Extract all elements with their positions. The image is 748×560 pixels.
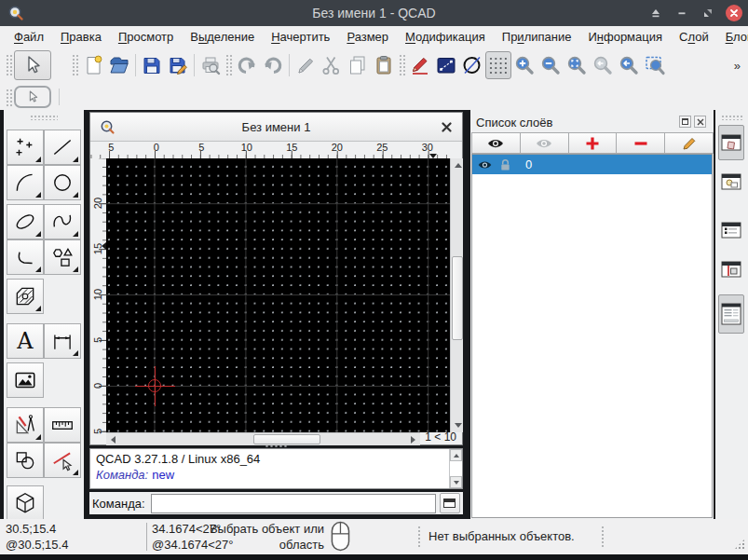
zoom-in-button[interactable] [511,51,537,79]
polyline-tool-button[interactable] [7,239,44,275]
layer-visible-icon[interactable] [477,159,493,171]
minimize-button[interactable] [673,5,690,21]
scroll-right-arrow[interactable] [411,436,415,444]
remove-layer-button[interactable] [616,132,665,154]
drawing-canvas[interactable] [106,158,450,432]
vertical-scrollbar[interactable] [450,158,463,432]
add-layer-button[interactable] [568,132,618,154]
drawing-close-button[interactable] [440,120,453,133]
float-panel-button[interactable] [679,116,691,128]
cad-line-button[interactable] [433,51,459,79]
edit-pencil-button[interactable] [292,51,319,79]
panel-drag-handle[interactable] [30,115,58,120]
zoom-window-button[interactable] [642,51,668,79]
image-tool-button[interactable] [7,362,44,398]
horizontal-scrollbar[interactable] [106,432,420,445]
menu-item[interactable]: Слой [671,28,717,46]
resize-grip[interactable] [734,539,745,550]
close-panel-button[interactable] [694,116,706,128]
layer-list[interactable]: 0 [471,154,713,518]
redo-button[interactable] [260,51,286,79]
edit-layer-button[interactable] [664,132,714,154]
layer-list-toggle-button[interactable] [718,125,744,160]
drawing-titlebar[interactable]: Без имени 1 [90,113,462,142]
save-button[interactable] [139,51,165,79]
property-editor-toggle-button[interactable] [718,294,744,334]
dimension-tool-button[interactable] [44,323,81,359]
open-file-button[interactable] [106,51,132,79]
save-as-button[interactable] [165,51,191,79]
menu-item[interactable]: Блок [717,28,748,46]
grid-toggle-button[interactable] [485,51,511,79]
command-input[interactable] [151,494,436,513]
draw-settings-button[interactable] [7,407,44,443]
toolbar-overflow-chevron[interactable]: » [727,59,748,73]
close-button[interactable] [726,5,742,21]
maximize-button[interactable] [700,5,716,21]
hatch-tool-button[interactable] [7,279,44,314]
horizontal-scroll-thumb[interactable] [253,434,320,444]
title-bar[interactable]: Без имени 1 - QCAD [0,0,748,26]
toolbar-drag-handle[interactable] [225,53,232,77]
menu-item[interactable]: Начертить [263,28,338,46]
block-tool-icon [13,448,37,472]
toolbar-drag-handle[interactable] [72,53,78,77]
library-browser-toggle-button[interactable] [718,212,744,248]
zoom-previous-button[interactable] [590,51,616,79]
new-file-button[interactable] [80,51,106,79]
show-all-layers-button[interactable] [471,132,521,154]
undo-button[interactable] [234,51,260,79]
zoom-back-button[interactable] [616,51,642,79]
toolbar-drag-handle[interactable] [399,53,405,77]
ellipse-tool-button[interactable] [7,204,44,239]
point-tool-button[interactable] [7,130,44,165]
solid-tool-button[interactable] [7,485,44,519]
menu-item[interactable]: Файл [6,28,52,46]
line-tool-button[interactable] [44,130,81,165]
block-list-toggle-button[interactable] [718,164,744,199]
text-tool-button[interactable]: A [7,323,44,359]
toggle-command-window-button[interactable] [440,493,460,513]
menu-item[interactable]: Выделение [182,28,263,46]
menu-item[interactable]: Информация [579,28,671,46]
menu-item[interactable]: Прилипание [494,28,580,46]
modify-tool-button[interactable] [44,443,81,478]
shape-tool-button[interactable] [44,239,81,275]
circle-tool-button[interactable] [44,165,81,200]
hide-all-layers-button[interactable] [520,132,569,154]
command-history[interactable]: QCAD 3.27.1.8 / Linux x86_64 Команда:new [89,448,463,489]
selection-filter-toggle-button[interactable] [718,252,744,287]
menu-item[interactable]: Размер [338,28,397,46]
history-scrollbar[interactable] [449,449,462,488]
toolbar-drag-handle[interactable] [6,88,12,106]
zoom-auto-button[interactable] [564,51,590,79]
arc-tool-button[interactable] [7,165,44,200]
scroll-down-button[interactable] [450,476,462,488]
scroll-left-arrow[interactable] [111,436,116,444]
cut-button[interactable] [319,51,345,79]
menu-item[interactable]: Модификация [397,28,494,46]
draw-pencil-button[interactable] [407,51,433,79]
toolbar-drag-handle[interactable] [6,53,12,77]
selection-tool-button[interactable] [14,50,51,80]
scroll-up-arrow[interactable] [455,163,462,168]
shade-button[interactable] [647,5,664,21]
dock-drag-handle[interactable] [721,115,743,120]
vertical-scroll-thumb[interactable] [452,256,463,340]
print-preview-button[interactable] [197,51,224,79]
selection-pointer-button[interactable] [14,86,51,108]
copy-button[interactable] [345,51,371,79]
scroll-down-arrow[interactable] [455,423,462,428]
block-tool-button[interactable] [7,443,44,478]
restrict-off-button[interactable] [459,51,485,79]
scroll-up-button[interactable] [450,449,462,461]
menu-item[interactable]: Правка [52,28,110,46]
menu-item[interactable]: Просмотр [110,28,182,46]
measure-tool-button[interactable] [44,407,81,443]
paste-button[interactable] [371,51,397,79]
layer-list-icon [721,133,741,152]
spline-tool-button[interactable] [44,204,81,239]
layer-lock-icon[interactable] [499,158,511,171]
zoom-out-button[interactable] [537,51,564,79]
layer-row[interactable]: 0 [472,155,712,174]
